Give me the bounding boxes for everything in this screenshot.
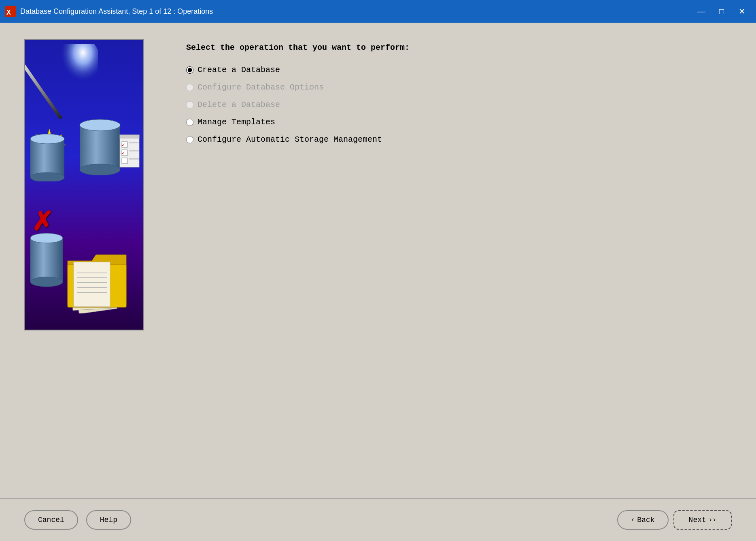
folder-documents-icon <box>64 243 130 313</box>
right-panel: Select the operation that you want to pe… <box>186 39 732 498</box>
svg-point-2 <box>56 44 98 92</box>
app-icon: X <box>5 6 16 17</box>
svg-rect-35 <box>74 262 110 307</box>
radio-create-database[interactable] <box>186 66 193 74</box>
cancel-button[interactable]: Cancel <box>24 510 78 530</box>
cylinder-2 <box>77 119 123 175</box>
svg-point-24 <box>30 277 63 287</box>
label-delete-db: Delete a Database <box>197 100 280 109</box>
window-title: Database Configuration Assistant, Step 1… <box>20 7 213 16</box>
label-storage-management: Configure Automatic Storage Management <box>197 135 382 144</box>
maximize-button[interactable]: □ <box>712 3 731 19</box>
radio-storage-management[interactable] <box>186 136 193 143</box>
label-create-database: Create a Database <box>197 65 280 75</box>
illustration-panel: ✓ ✓ ✗ <box>24 39 144 330</box>
next-label: Next <box>689 516 706 524</box>
back-label: Back <box>637 516 654 524</box>
options-list: Create a Database Configure Database Opt… <box>186 65 732 144</box>
svg-point-25 <box>30 233 63 243</box>
option-configure-db[interactable]: Configure Database Options <box>186 83 732 92</box>
title-bar: X Database Configuration Assistant, Step… <box>0 0 756 23</box>
option-storage-management[interactable]: Configure Automatic Storage Management <box>186 135 732 144</box>
label-manage-templates: Manage Templates <box>197 117 275 127</box>
svg-text:✓: ✓ <box>122 150 125 156</box>
svg-point-10 <box>80 164 120 175</box>
next-button[interactable]: Next ›› <box>673 510 732 530</box>
back-chevron-left-icon: ‹ <box>631 516 635 524</box>
main-content: ✓ ✓ ✗ <box>0 23 756 541</box>
instruction-text: Select the operation that you want to pe… <box>186 43 732 52</box>
radio-configure-db[interactable] <box>186 84 193 91</box>
option-delete-db[interactable]: Delete a Database <box>186 100 732 109</box>
svg-rect-5 <box>30 139 64 177</box>
option-create-database[interactable]: Create a Database <box>186 65 732 75</box>
back-button[interactable]: ‹ Back <box>617 510 669 530</box>
label-configure-db: Configure Database Options <box>197 83 324 92</box>
svg-point-11 <box>80 119 120 131</box>
svg-rect-21 <box>129 158 139 160</box>
radio-manage-templates[interactable] <box>186 119 193 126</box>
option-manage-templates[interactable]: Manage Templates <box>186 117 732 127</box>
close-button[interactable]: ✕ <box>733 3 751 19</box>
svg-rect-9 <box>80 125 120 170</box>
bottom-right-buttons: ‹ Back Next ›› <box>617 510 732 530</box>
svg-rect-16 <box>129 142 139 143</box>
content-body: ✓ ✓ ✗ <box>0 39 756 498</box>
next-chevron-right-icon: ›› <box>709 516 716 524</box>
svg-rect-20 <box>122 158 127 164</box>
radio-delete-db[interactable] <box>186 101 193 109</box>
svg-point-6 <box>30 173 64 181</box>
minimize-button[interactable]: — <box>692 3 711 19</box>
svg-point-7 <box>30 134 64 144</box>
moon-glow <box>49 44 98 109</box>
svg-text:X: X <box>6 9 11 17</box>
title-bar-left: X Database Configuration Assistant, Step… <box>5 6 213 17</box>
cylinder-1 <box>28 133 67 181</box>
help-button[interactable]: Help <box>86 510 131 530</box>
svg-rect-19 <box>129 150 139 151</box>
bottom-bar: Cancel Help ‹ Back Next ›› <box>0 498 756 541</box>
checklist-icon: ✓ ✓ <box>118 133 141 169</box>
title-bar-controls: — □ ✕ <box>692 3 751 19</box>
bottom-left-buttons: Cancel Help <box>24 510 131 530</box>
left-panel: ✓ ✓ ✗ <box>24 39 154 498</box>
svg-rect-23 <box>30 238 63 282</box>
svg-rect-13 <box>120 135 139 138</box>
svg-text:✓: ✓ <box>122 142 125 148</box>
cylinder-3 <box>28 232 65 287</box>
red-x-icon: ✗ <box>29 208 55 234</box>
